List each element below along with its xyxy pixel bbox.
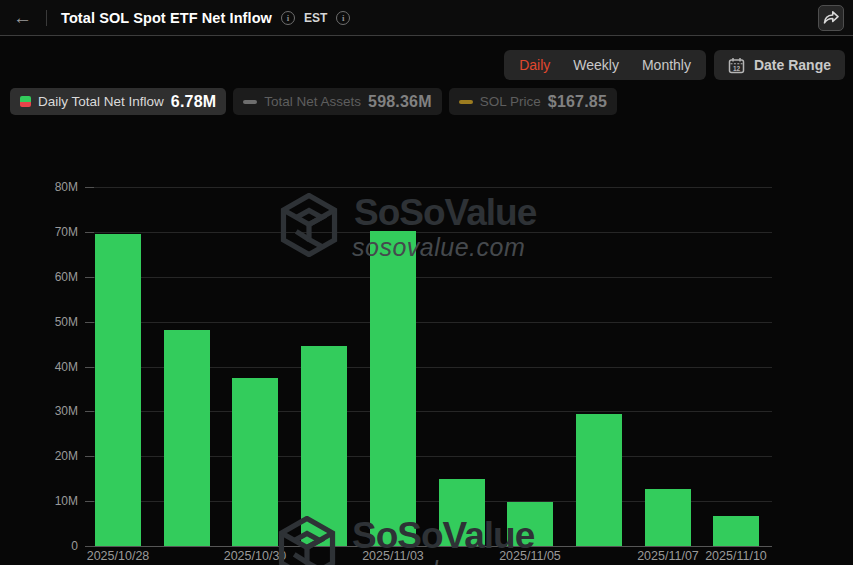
- y-tick-mark: [85, 546, 94, 547]
- y-axis-label: 40M: [28, 360, 78, 374]
- y-axis-label: 10M: [28, 494, 78, 508]
- y-axis-label: 20M: [28, 449, 78, 463]
- inflow-bar-2025-11-10[interactable]: [713, 516, 759, 546]
- inflow-bar-2025-10-30[interactable]: [232, 378, 278, 546]
- inflow-bar-2025-10-31[interactable]: [301, 346, 347, 546]
- sol-etf-netinflow-page: ← Total SOL Spot ETF Net Inflow i EST i …: [0, 0, 853, 565]
- y-tick-mark: [85, 367, 94, 368]
- gridline: [85, 322, 772, 323]
- y-tick-mark: [85, 187, 94, 188]
- bar-chart: 80M70M60M50M40M30M20M10M02025/10/282025/…: [0, 0, 853, 565]
- gridline: [85, 277, 772, 278]
- x-axis-label: 2025/11/05: [488, 549, 572, 563]
- y-axis-label: 0: [28, 539, 78, 553]
- inflow-bar-2025-10-28[interactable]: [95, 234, 141, 546]
- x-axis-line: [85, 546, 772, 547]
- y-axis-label: 70M: [28, 225, 78, 239]
- y-tick-mark: [85, 456, 94, 457]
- x-axis-label: 2025/11/10: [694, 549, 778, 563]
- gridline: [85, 232, 772, 233]
- inflow-bar-2025-11-05[interactable]: [507, 502, 553, 546]
- y-tick-mark: [85, 322, 94, 323]
- y-axis-label: 30M: [28, 404, 78, 418]
- y-axis-label: 50M: [28, 315, 78, 329]
- inflow-bar-2025-10-29[interactable]: [164, 330, 210, 546]
- x-axis-label: 2025/10/30: [213, 549, 297, 563]
- y-tick-mark: [85, 411, 94, 412]
- inflow-bar-2025-11-07[interactable]: [645, 489, 691, 546]
- inflow-bar-2025-11-04[interactable]: [439, 479, 485, 546]
- inflow-bar-2025-11-03[interactable]: [370, 231, 416, 546]
- x-axis-label: 2025/10/28: [76, 549, 160, 563]
- gridline: [85, 187, 772, 188]
- x-axis-label: 2025/11/03: [351, 549, 435, 563]
- y-axis-label: 80M: [28, 180, 78, 194]
- inflow-bar-2025-11-06[interactable]: [576, 414, 622, 546]
- y-axis-label: 60M: [28, 270, 78, 284]
- y-tick-mark: [85, 232, 94, 233]
- y-tick-mark: [85, 277, 94, 278]
- y-tick-mark: [85, 501, 94, 502]
